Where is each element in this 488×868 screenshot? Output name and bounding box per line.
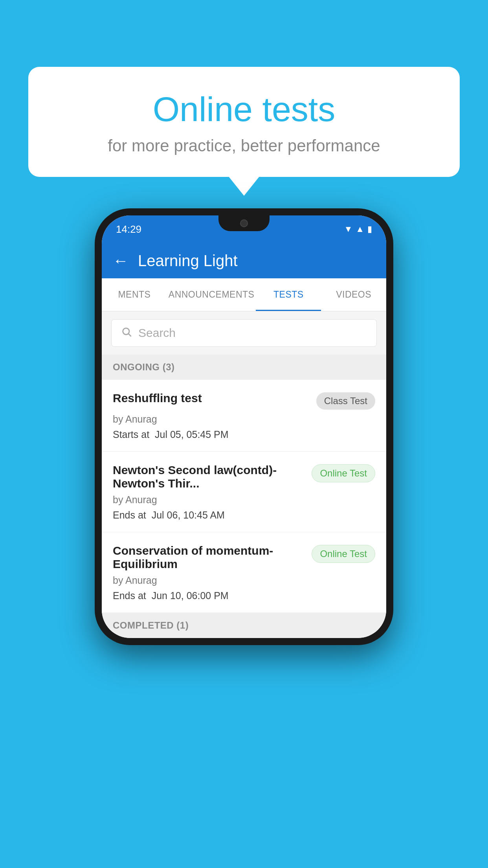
bubble-title: Online tests	[48, 90, 440, 129]
app-header: ← Learning Light	[102, 243, 386, 278]
ongoing-section-header: ONGOING (3)	[102, 355, 386, 380]
search-bar[interactable]: Search	[111, 319, 377, 347]
test-date-2: Ends at Jun 10, 06:00 PM	[113, 590, 375, 601]
search-placeholder: Search	[138, 326, 176, 340]
tabs-bar: MENTS ANNOUNCEMENTS TESTS VIDEOS	[102, 278, 386, 311]
badge-class-test: Class Test	[316, 392, 375, 410]
test-date-0: Starts at Jul 05, 05:45 PM	[113, 429, 375, 440]
test-date-1: Ends at Jul 06, 10:45 AM	[113, 509, 375, 521]
wifi-icon: ▼	[344, 224, 352, 234]
search-container: Search	[102, 311, 386, 355]
badge-online-test-2: Online Test	[312, 545, 375, 563]
svg-line-1	[128, 334, 131, 336]
signal-icon: ▲	[356, 224, 364, 234]
search-icon	[121, 326, 132, 340]
test-item-reshuffling[interactable]: Reshuffling test Class Test by Anurag St…	[102, 380, 386, 452]
phone-device: 14:29 ▼ ▲ ▮ ← Learning Light MENTS	[95, 208, 393, 645]
tab-announcements[interactable]: ANNOUNCEMENTS	[167, 278, 256, 311]
phone-outer: 14:29 ▼ ▲ ▮ ← Learning Light MENTS	[95, 208, 393, 645]
tab-videos[interactable]: VIDEOS	[321, 278, 386, 311]
back-button[interactable]: ←	[113, 252, 128, 270]
test-title-conservation: Conservation of momentum-Equilibrium	[113, 544, 305, 571]
app-title: Learning Light	[138, 252, 238, 270]
speech-bubble: Online tests for more practice, better p…	[28, 67, 460, 177]
test-author-1: by Anurag	[113, 494, 375, 506]
test-author-0: by Anurag	[113, 414, 375, 425]
badge-online-test-1: Online Test	[312, 464, 375, 482]
status-time: 14:29	[116, 223, 141, 235]
completed-section-header: COMPLETED (1)	[102, 613, 386, 638]
svg-point-0	[123, 328, 129, 334]
test-title-reshuffling: Reshuffling test	[113, 392, 310, 405]
notch	[218, 215, 270, 231]
test-title-newton: Newton's Second law(contd)-Newton's Thir…	[113, 463, 305, 490]
tab-tests[interactable]: TESTS	[256, 278, 321, 311]
completed-label: COMPLETED (1)	[113, 620, 189, 631]
ongoing-label: ONGOING (3)	[113, 362, 175, 372]
test-author-2: by Anurag	[113, 575, 375, 586]
status-bar: 14:29 ▼ ▲ ▮	[102, 215, 386, 243]
test-item-newton[interactable]: Newton's Second law(contd)-Newton's Thir…	[102, 452, 386, 532]
test-item-conservation[interactable]: Conservation of momentum-Equilibrium Onl…	[102, 532, 386, 613]
bubble-subtitle: for more practice, better performance	[48, 136, 440, 155]
battery-icon: ▮	[367, 224, 372, 234]
tab-ments[interactable]: MENTS	[102, 278, 167, 311]
status-icons: ▼ ▲ ▮	[344, 224, 372, 234]
camera-dot	[240, 219, 248, 227]
phone-inner: 14:29 ▼ ▲ ▮ ← Learning Light MENTS	[102, 215, 386, 638]
